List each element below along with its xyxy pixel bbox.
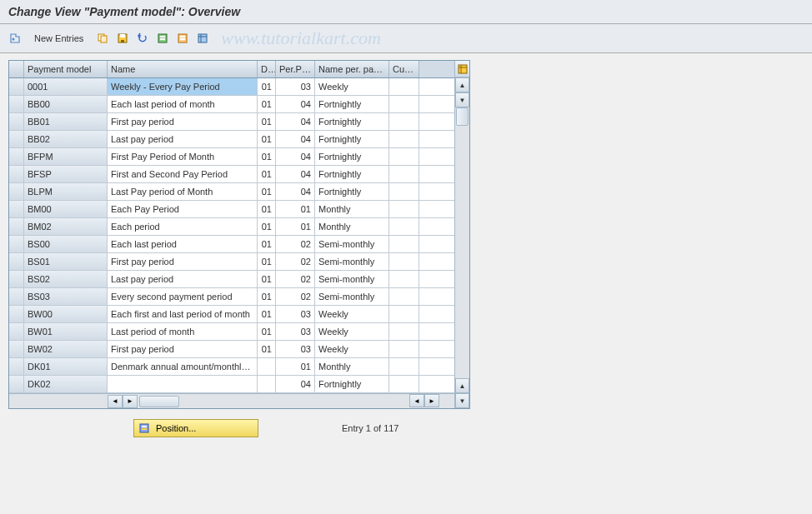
cell-per-par[interactable]: 04 <box>276 376 315 392</box>
cell-name-per-para[interactable]: Weekly <box>315 323 389 340</box>
table-config-button[interactable] <box>455 61 469 77</box>
hscroll-left2-button[interactable]: ◄ <box>409 394 424 407</box>
cell-d[interactable]: 01 <box>258 113 276 130</box>
cell-per-par[interactable]: 02 <box>276 271 315 287</box>
cell-payment-model[interactable]: DK01 <box>24 358 108 375</box>
cell-name[interactable]: First and Second Pay Period <box>108 166 258 182</box>
cell-d[interactable] <box>258 376 276 392</box>
cell-per-par[interactable]: 04 <box>276 148 315 165</box>
cell-payment-model[interactable]: BB02 <box>24 131 108 147</box>
cell-payment-model[interactable]: DK02 <box>24 376 108 392</box>
cell-name-per-para[interactable]: Fortnightly <box>315 183 389 200</box>
cell-cum[interactable] <box>389 113 419 130</box>
cell-payment-model[interactable]: BS03 <box>24 288 108 305</box>
cell-d[interactable] <box>258 358 276 375</box>
cell-d[interactable]: 01 <box>258 288 276 305</box>
save-icon[interactable] <box>114 30 131 47</box>
cell-d[interactable]: 01 <box>258 306 276 322</box>
cell-cum[interactable] <box>389 201 419 217</box>
cell-d[interactable]: 01 <box>258 236 276 252</box>
cell-cum[interactable] <box>389 306 419 322</box>
table-row[interactable]: BB00Each last period of month0104Fortnig… <box>9 96 454 113</box>
hscroll-left-button[interactable]: ◄ <box>108 395 123 408</box>
cell-payment-model[interactable]: BFPM <box>24 148 108 165</box>
row-selector[interactable] <box>9 183 24 200</box>
cell-per-par[interactable]: 01 <box>276 201 315 217</box>
row-selector[interactable] <box>9 271 24 287</box>
cell-cum[interactable] <box>389 148 419 165</box>
vscroll-up2-button[interactable]: ▲ <box>455 378 469 393</box>
cell-per-par[interactable]: 04 <box>276 113 315 130</box>
row-selector[interactable] <box>9 288 24 305</box>
cell-per-par[interactable]: 02 <box>276 236 315 252</box>
cell-name-per-para[interactable]: Semi-monthly <box>315 288 389 305</box>
cell-d[interactable]: 01 <box>258 183 276 200</box>
cell-per-par[interactable]: 04 <box>276 96 315 112</box>
col-header-payment-model[interactable]: Payment model <box>24 61 108 77</box>
cell-name-per-para[interactable]: Semi-monthly <box>315 253 389 270</box>
cell-payment-model[interactable]: BFSP <box>24 166 108 182</box>
cell-per-par[interactable]: 01 <box>276 218 315 235</box>
cell-d[interactable]: 01 <box>258 341 276 357</box>
table-row[interactable]: BS02Last pay period0102Semi-monthly <box>9 271 454 288</box>
hscroll-track[interactable] <box>138 395 238 408</box>
cell-name[interactable]: First pay period <box>108 341 258 357</box>
cell-name[interactable]: Each Pay Period <box>108 201 258 217</box>
row-selector[interactable] <box>9 323 24 340</box>
cell-name-per-para[interactable]: Weekly <box>315 78 389 95</box>
row-selector[interactable] <box>9 148 24 165</box>
table-settings-icon[interactable] <box>194 30 211 47</box>
cell-name-per-para[interactable]: Semi-monthly <box>315 236 389 252</box>
row-selector[interactable] <box>9 166 24 182</box>
cell-name[interactable]: First Pay Period of Month <box>108 148 258 165</box>
row-selector[interactable] <box>9 376 24 392</box>
cell-d[interactable]: 01 <box>258 131 276 147</box>
undo-icon[interactable] <box>134 30 151 47</box>
cell-payment-model[interactable]: BM02 <box>24 218 108 235</box>
cell-cum[interactable] <box>389 183 419 200</box>
col-header-name[interactable]: Name <box>108 61 258 77</box>
select-all-icon[interactable] <box>154 30 171 47</box>
cell-per-par[interactable]: 03 <box>276 323 315 340</box>
hscroll-thumb[interactable] <box>139 396 179 407</box>
cell-name[interactable]: Each last period <box>108 236 258 252</box>
table-row[interactable]: BS00Each last period0102Semi-monthly <box>9 236 454 253</box>
table-row[interactable]: BS03Every second payment period0102Semi-… <box>9 288 454 306</box>
deselect-all-icon[interactable] <box>174 30 191 47</box>
vscroll-down2-button[interactable]: ▼ <box>455 393 469 408</box>
col-header-cum[interactable]: Cum.. <box>389 61 419 77</box>
cell-name[interactable]: Each first and last period of month <box>108 306 258 322</box>
table-row[interactable]: DK01Denmark annual amount/monthly ded..0… <box>9 358 454 376</box>
cell-name[interactable]: Denmark annual amount/monthly ded.. <box>108 358 258 375</box>
cell-per-par[interactable]: 03 <box>276 341 315 357</box>
row-selector[interactable] <box>9 113 24 130</box>
cell-cum[interactable] <box>389 358 419 375</box>
row-selector[interactable] <box>9 253 24 270</box>
table-row[interactable]: BW01Last period of month0103Weekly <box>9 323 454 341</box>
cell-payment-model[interactable]: BM00 <box>24 201 108 217</box>
cell-cum[interactable] <box>389 341 419 357</box>
hscroll-right-button[interactable]: ► <box>123 395 138 408</box>
table-row[interactable]: BFSPFirst and Second Pay Period0104Fortn… <box>9 166 454 183</box>
cell-name-per-para[interactable]: Weekly <box>315 306 389 322</box>
cell-d[interactable]: 01 <box>258 166 276 182</box>
cell-per-par[interactable]: 04 <box>276 166 315 182</box>
cell-cum[interactable] <box>389 271 419 287</box>
cell-per-par[interactable]: 02 <box>276 253 315 270</box>
cell-name[interactable]: Last pay period <box>108 271 258 287</box>
cell-payment-model[interactable]: BS00 <box>24 236 108 252</box>
cell-cum[interactable] <box>389 253 419 270</box>
vscroll-up-button[interactable]: ▲ <box>455 77 469 92</box>
row-selector[interactable] <box>9 131 24 147</box>
cell-payment-model[interactable]: BB00 <box>24 96 108 112</box>
col-header-d[interactable]: D.. <box>258 61 276 77</box>
cell-name-per-para[interactable]: Monthly <box>315 218 389 235</box>
cell-cum[interactable] <box>389 218 419 235</box>
cell-d[interactable]: 01 <box>258 323 276 340</box>
table-row[interactable]: BB01First pay period0104Fortnightly <box>9 113 454 131</box>
hscroll-right2-button[interactable]: ► <box>424 394 439 407</box>
cell-name[interactable]: First pay period <box>108 253 258 270</box>
cell-name-per-para[interactable]: Fortnightly <box>315 148 389 165</box>
table-row[interactable]: BM00Each Pay Period0101Monthly <box>9 201 454 218</box>
col-header-selector[interactable] <box>9 61 24 77</box>
